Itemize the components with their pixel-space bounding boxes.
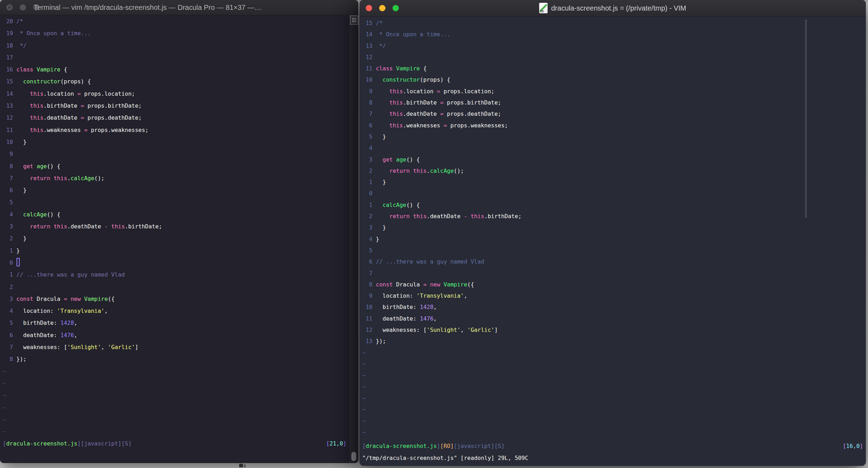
code-token: class (376, 65, 396, 72)
code-token: * Once upon a time... (376, 31, 451, 38)
line-number: 3 (362, 222, 376, 233)
code-token (17, 114, 30, 121)
code-row: 18 */ (3, 40, 348, 52)
code-token: calcAge (71, 175, 94, 182)
code-token: }); (17, 356, 27, 362)
code-row: 6 this.weaknesses = props.weaknesses; (362, 120, 863, 131)
code-row: 3const Dracula = new Vampire({ (3, 293, 348, 305)
code-token: = (443, 122, 447, 129)
close-button[interactable] (6, 4, 13, 11)
code-token: location: (17, 308, 57, 314)
line-number: 11 (362, 63, 376, 74)
line-number: 1 (3, 245, 17, 257)
line-number: 18 (3, 40, 17, 52)
code-row: 8const Dracula = new Vampire({ (362, 279, 863, 290)
line-number: 12 (362, 52, 376, 63)
code-row: 13 */ (362, 40, 863, 52)
code-row: 14 this.location = props.location; (3, 88, 348, 100)
line-number: 19 (3, 27, 17, 39)
vim-buffer[interactable]: 20/*19 * Once upon a time...18 */1716cla… (3, 15, 348, 438)
text-segment: [ (362, 443, 366, 449)
line-number: 4 (3, 305, 17, 317)
line-number: 14 (362, 29, 376, 40)
text-segment: "/tmp/dracula-screenshot.js" [readonly] … (362, 455, 528, 461)
code-token: 'Transylvania' (416, 292, 464, 299)
line-number: 10 (362, 302, 376, 313)
scrollbar-thumb[interactable] (351, 452, 356, 461)
code-row: 16class Vampire { (3, 64, 348, 76)
terminal-window-title: Terminal — vim /tmp/dracula-screenshot.j… (34, 4, 261, 12)
code-token: 'Garlic' (108, 344, 135, 350)
code-token: age (37, 163, 47, 170)
text-segment: ] (860, 443, 863, 449)
code-token: deathDate: (376, 315, 420, 322)
line-number: 7 (362, 108, 376, 120)
code-token: this (389, 99, 403, 106)
code-token: this (30, 102, 44, 109)
code-token: { (60, 66, 67, 73)
line-number: 13 (3, 100, 17, 112)
code-token: props.location; (81, 90, 135, 97)
code-token: /* (17, 18, 23, 25)
code-row: 7 weaknesses: ['Sunlight', 'Garlic'] (3, 341, 348, 353)
empty-line-tilde: ~ (3, 414, 348, 426)
empty-line-tilde: ~ (362, 347, 863, 359)
js-file-icon[interactable]: JS (539, 3, 548, 13)
code-row: 1 } (362, 177, 863, 188)
code-token (376, 156, 383, 163)
code-token: = new (423, 281, 443, 288)
code-token (17, 163, 23, 170)
code-token: Vampire (443, 281, 467, 288)
vim-cursor (17, 258, 20, 266)
code-token: , (433, 315, 437, 322)
line-number: 14 (3, 88, 17, 100)
line-number: 1 (3, 269, 17, 281)
macvim-titlebar[interactable]: JS dracula-screenshot.js = (/private/tmp… (359, 0, 866, 17)
code-row: 1} (3, 245, 348, 257)
line-number: 3 (3, 293, 17, 305)
empty-line-tilde: ~ (362, 415, 863, 426)
minimize-button[interactable] (20, 4, 26, 11)
code-token: Vampire (396, 65, 420, 72)
line-number: 1 (362, 200, 376, 211)
code-token: .deathDate (44, 114, 81, 121)
code-token: calcAge (23, 211, 47, 218)
line-number: 4 (362, 234, 376, 245)
code-token (108, 223, 111, 230)
terminal-titlebar[interactable]: Terminal — vim /tmp/dracula-screenshot.j… (0, 0, 358, 15)
empty-line-tilde: ~ (362, 359, 863, 370)
macvim-scrollbar-thumb[interactable] (805, 19, 807, 218)
empty-line-tilde: ~ (362, 370, 863, 381)
code-row: 3 get age() { (362, 154, 863, 165)
code-token: 1476 (420, 315, 434, 322)
code-row: 11class Vampire { (362, 63, 863, 74)
line-number: 9 (362, 86, 376, 97)
vim-buffer[interactable]: 15/*14 * Once upon a time...13 */1211cla… (362, 18, 863, 438)
code-token: weaknesses: [ (17, 344, 68, 350)
split-pane-icon[interactable] (350, 15, 358, 25)
line-number: 15 (3, 76, 17, 88)
line-number: 9 (3, 148, 17, 160)
empty-line-tilde: ~ (362, 393, 863, 404)
empty-line-tilde: ~ (3, 378, 348, 390)
code-token: const (376, 281, 396, 288)
line-number: 9 (362, 290, 376, 302)
line-number: 7 (3, 341, 17, 353)
line-number: 8 (3, 353, 17, 365)
code-row: 8 get age() { (3, 160, 348, 172)
empty-line-tilde: ~ (362, 404, 863, 415)
code-token (17, 127, 30, 133)
code-row: 10 } (3, 136, 348, 148)
code-token: get (23, 163, 37, 170)
code-row: 4 (362, 143, 863, 154)
code-row: 13}); (362, 336, 863, 347)
line-number: 15 (362, 18, 376, 29)
code-token: () { (406, 156, 420, 163)
code-token: */ (17, 42, 27, 49)
line-number: 7 (3, 172, 17, 184)
text-segment: ][javascript][S] (77, 440, 132, 447)
terminal-scrollbar[interactable] (349, 15, 358, 463)
code-token: = (437, 88, 440, 95)
code-token: calcAge (383, 202, 406, 208)
line-number: 7 (362, 268, 376, 279)
